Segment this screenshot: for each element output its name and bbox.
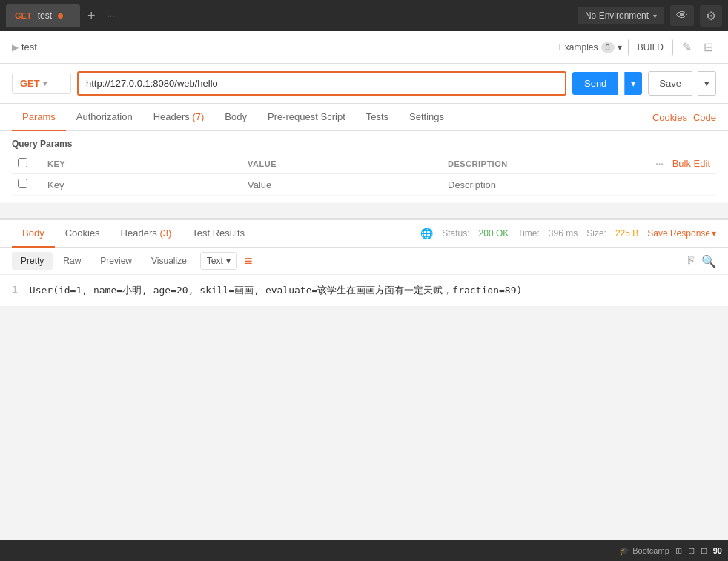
copy-icon-button[interactable]: ⎘: [688, 254, 695, 268]
more-tabs-button[interactable]: ···: [103, 10, 119, 21]
save-response-chevron: ▾: [712, 228, 716, 239]
response-content: 1 User(id=1, name=小明, age=20, skill=画画, …: [0, 275, 728, 306]
status-bar: 🎓 Bootcamp ⊞ ⊟ ⊡ 90: [0, 540, 728, 561]
key-column-header: KEY: [42, 153, 242, 174]
bulk-edit-button[interactable]: Bulk Edit: [672, 158, 710, 169]
settings-icon-button[interactable]: ⚙: [700, 5, 722, 27]
view-tab-visualize[interactable]: Visualize: [142, 252, 196, 270]
time-value: 396 ms: [549, 228, 578, 239]
response-line-1: 1 User(id=1, name=小明, age=20, skill=画画, …: [12, 284, 716, 297]
bootcamp-icon: 🎓: [619, 546, 629, 556]
more-options-icon: ···: [655, 159, 664, 168]
text-dropdown-chevron: ▾: [226, 256, 231, 266]
tab-headers[interactable]: Headers (7): [143, 104, 215, 131]
examples-chevron: ▾: [618, 42, 622, 53]
view-tabs: Pretty Raw Preview Visualize Text ▾ ≡ ⎘ …: [0, 248, 728, 275]
environment-chevron: ▾: [653, 12, 657, 20]
params-table: KEY VALUE DESCRIPTION ··· Bulk Edit: [12, 153, 716, 196]
wrap-icon[interactable]: ≡: [245, 253, 253, 269]
line-number: 1: [12, 284, 18, 295]
text-format-dropdown[interactable]: Text ▾: [200, 252, 237, 270]
tab-method-badge: GET: [15, 11, 32, 20]
tab-settings[interactable]: Settings: [399, 104, 454, 131]
send-button[interactable]: Send: [572, 72, 618, 95]
query-params-title: Query Params: [12, 131, 716, 153]
method-selector[interactable]: GET ▾: [12, 73, 71, 94]
bootcamp-label: Bootcamp: [632, 546, 669, 555]
save-dropdown-button[interactable]: ▾: [698, 71, 716, 96]
actions-column-header: ··· Bulk Edit: [642, 153, 716, 174]
tab-params[interactable]: Params: [12, 104, 66, 131]
size-label: Size:: [586, 228, 606, 239]
tab-name-label: test: [38, 10, 52, 21]
view-tab-preview[interactable]: Preview: [91, 252, 141, 270]
table-row: [12, 174, 716, 196]
response-tab-test-results[interactable]: Test Results: [182, 220, 255, 248]
layout-icon-button[interactable]: ⊟: [701, 37, 716, 57]
tab-authorization[interactable]: Authorization: [66, 104, 143, 131]
value-column-header: VALUE: [242, 153, 442, 174]
save-response-button[interactable]: Save Response ▾: [647, 228, 716, 239]
code-link[interactable]: Code: [693, 112, 716, 123]
send-dropdown-button[interactable]: ▾: [624, 72, 642, 95]
eye-icon-button[interactable]: 👁: [670, 5, 694, 26]
row-checkbox[interactable]: [18, 179, 27, 188]
search-icon-button[interactable]: 🔍: [701, 254, 716, 268]
request-tabs: Params Authorization Headers (7) Body Pr…: [0, 104, 728, 131]
size-value: 225 B: [615, 228, 638, 239]
value-input[interactable]: [248, 179, 436, 190]
tab-pre-request-script[interactable]: Pre-request Script: [257, 104, 356, 131]
response-text: User(id=1, name=小明, age=20, skill=画画, ev…: [30, 284, 522, 297]
status-label: Status:: [442, 228, 469, 239]
cookies-link[interactable]: Cookies: [652, 112, 687, 123]
request-name-label: test: [21, 42, 37, 53]
select-all-checkbox[interactable]: [18, 158, 27, 167]
status-icon-2[interactable]: ⊟: [688, 546, 695, 556]
edit-icon-button[interactable]: ✎: [679, 37, 695, 57]
key-input[interactable]: [47, 179, 236, 190]
examples-label: Examples: [559, 42, 598, 53]
add-tab-button[interactable]: +: [83, 8, 100, 24]
status-icon-1[interactable]: ⊞: [675, 546, 682, 556]
url-bar: GET ▾ Send ▾ Save ▾: [0, 64, 728, 104]
environment-label: No Environment: [585, 10, 649, 21]
environment-selector[interactable]: No Environment ▾: [578, 7, 664, 24]
page-number[interactable]: 90: [713, 546, 722, 555]
response-tab-bar: Body Cookies Headers (3) Test Results 🌐 …: [0, 220, 728, 248]
top-tab-bar: GET test + ··· No Environment ▾ 👁 ⚙: [0, 0, 728, 31]
response-tab-headers[interactable]: Headers (3): [110, 220, 182, 248]
view-tab-raw[interactable]: Raw: [54, 252, 90, 270]
request-tab[interactable]: GET test: [6, 4, 80, 27]
time-label: Time:: [517, 228, 540, 239]
request-header-chevron: ▶: [12, 42, 19, 53]
examples-count: 0: [601, 42, 615, 53]
view-tab-pretty[interactable]: Pretty: [12, 252, 53, 270]
globe-icon: 🌐: [420, 228, 433, 239]
method-chevron: ▾: [43, 79, 47, 87]
save-button[interactable]: Save: [648, 71, 692, 96]
status-icon-3[interactable]: ⊡: [701, 546, 707, 556]
response-tab-body[interactable]: Body: [12, 220, 55, 248]
tab-modified-dot: [58, 13, 63, 19]
description-column-header: DESCRIPTION: [442, 153, 642, 174]
status-value: 200 OK: [479, 228, 509, 239]
method-label: GET: [20, 78, 40, 89]
bootcamp-item[interactable]: 🎓 Bootcamp: [619, 546, 669, 556]
response-area: Body Cookies Headers (3) Test Results 🌐 …: [0, 218, 728, 306]
description-input[interactable]: [448, 179, 636, 190]
tab-tests[interactable]: Tests: [356, 104, 399, 131]
url-input-container: [77, 71, 566, 96]
url-input[interactable]: [86, 78, 557, 89]
request-header: ▶ test Examples 0 ▾ BUILD ✎ ⊟: [0, 31, 728, 64]
tab-body[interactable]: Body: [214, 104, 257, 131]
query-params-section: Query Params KEY VALUE DESCRIPTION ··· B…: [0, 131, 728, 203]
examples-button[interactable]: Examples 0 ▾: [559, 42, 622, 53]
build-button[interactable]: BUILD: [628, 39, 673, 56]
response-tab-cookies[interactable]: Cookies: [55, 220, 110, 248]
